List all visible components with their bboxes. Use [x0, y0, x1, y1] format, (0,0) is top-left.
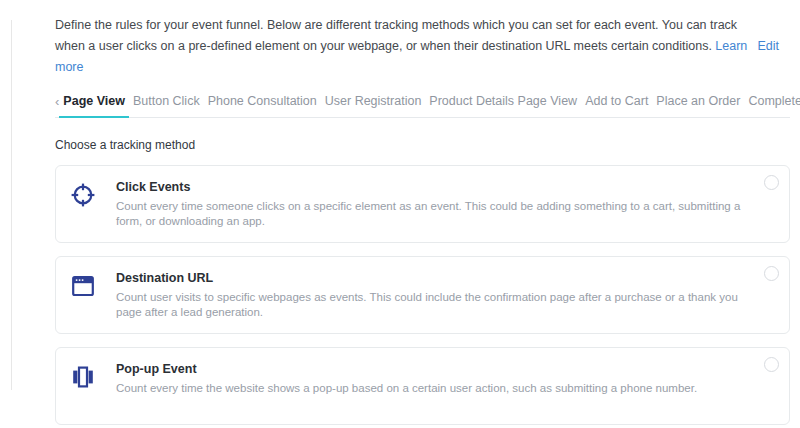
method-card-destination-url[interactable]: Destination URL Count user visits to spe… — [55, 256, 790, 334]
header: Define the rules for your event funnel. … — [55, 15, 790, 78]
tab-button-click[interactable]: Button Click — [129, 94, 204, 117]
section-title: Choose a tracking method — [55, 138, 790, 152]
method-text: Pop-up Event Count every time the websit… — [116, 361, 697, 396]
tab-place-an-order[interactable]: Place an Order — [652, 94, 744, 117]
panel-content: Define the rules for your event funnel. … — [55, 0, 790, 428]
event-funnel-panel: Define the rules for your event funnel. … — [0, 0, 800, 428]
tab-complete-pay[interactable]: Complete Pay — [744, 94, 800, 117]
funnel-description: Define the rules for your event funnel. … — [55, 15, 767, 78]
method-text: Destination URL Count user visits to spe… — [116, 270, 749, 320]
tab-add-to-cart[interactable]: Add to Cart — [581, 94, 652, 117]
click-target-icon — [70, 182, 96, 208]
method-radio-click-events[interactable] — [764, 175, 779, 190]
edit-link[interactable]: Edit — [757, 36, 779, 57]
panel-left-border — [11, 20, 12, 390]
method-description: Count every time someone clicks on a spe… — [116, 199, 749, 229]
method-radio-destination-url[interactable] — [764, 266, 779, 281]
popup-layers-icon — [70, 364, 96, 390]
method-card-click-events[interactable]: Click Events Count every time someone cl… — [55, 165, 790, 243]
tab-bar: ‹ Page View Button Click Phone Consultat… — [55, 94, 790, 118]
tab-user-registration[interactable]: User Registration — [321, 94, 426, 117]
method-card-popup-event[interactable]: Pop-up Event Count every time the websit… — [55, 347, 790, 425]
tab-product-details-page-view[interactable]: Product Details Page View — [425, 94, 581, 117]
tab-page-view[interactable]: Page View — [59, 94, 129, 118]
method-text: Click Events Count every time someone cl… — [116, 179, 749, 229]
method-description: Count every time the website shows a pop… — [116, 381, 697, 396]
tab-phone-consultation[interactable]: Phone Consultation — [204, 94, 321, 117]
method-title: Destination URL — [116, 270, 749, 287]
method-title: Pop-up Event — [116, 361, 697, 378]
browser-window-icon — [70, 273, 96, 299]
method-radio-popup-event[interactable] — [764, 357, 779, 372]
funnel-description-text: Define the rules for your event funnel. … — [55, 18, 737, 53]
method-title: Click Events — [116, 179, 749, 196]
method-description: Count user visits to specific webpages a… — [116, 290, 749, 320]
